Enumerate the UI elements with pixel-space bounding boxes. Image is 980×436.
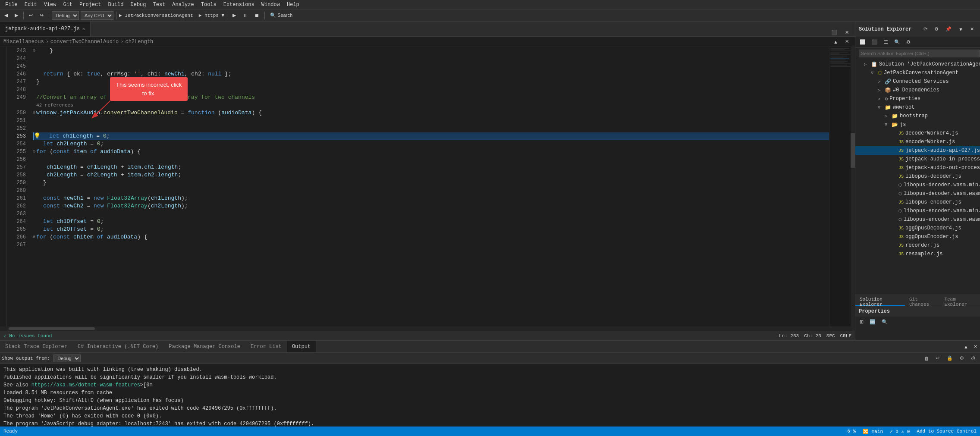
menu-extensions[interactable]: Extensions [220,0,258,9]
add-source-control[interactable]: Add to Source Control [917,429,977,434]
se-tb-btn3[interactable]: ☰ [881,38,891,46]
se-sync-button[interactable]: ⟳ [921,25,930,33]
se-tb-btn5[interactable]: ⚙ [904,38,913,46]
vertical-scrollbar[interactable] [851,47,855,326]
menu-debug[interactable]: Debug [127,0,149,9]
horizontal-scrollbar[interactable] [0,326,855,331]
scrollbar-thumb[interactable] [851,133,855,168]
output-link[interactable]: https://aka.ms/dotnet-wasm-features [31,382,140,388]
tree-oggOpusEncoder[interactable]: ▷ JS oggOpusEncoder.js [855,232,980,241]
menu-window[interactable]: Window [258,0,283,9]
se-close-button[interactable]: ✕ [967,25,977,33]
search-button[interactable]: 🔍 Search [267,12,295,19]
tree-libopus-encoder[interactable]: ▷ JS libopus-encoder.js [855,198,980,207]
tree-libopus-decoder-min[interactable]: ▷ ⬡ libopus-decoder.wasm.min.wasm [855,181,980,189]
tree-oggOpusDecoder4[interactable]: ▷ JS oggOpusDecoder4.js [855,224,980,232]
breadcrumb-misc[interactable]: Miscellaneous [3,39,44,45]
tree-bootstrap[interactable]: ▷ 📁 bootstrap [855,112,980,120]
tree-libopus-encoder-wasm[interactable]: ▷ ⬡ libopus-encoder.wasm.wasm [855,215,980,224]
debug-config-select[interactable]: Debug [52,11,79,20]
fold-icon-266[interactable]: ⊖ [33,233,35,241]
scrollbar-h-thumb[interactable] [9,327,95,330]
se-pin-button[interactable]: 📌 [943,25,954,33]
menu-analyze[interactable]: Analyze [169,0,197,9]
tree-jetpack-in[interactable]: ▷ JS jetpack-audio-in-processor12.js [855,155,980,163]
forward-button[interactable]: ▶ [12,12,21,19]
output-close-button[interactable]: ✕ [971,343,980,350]
js-folder-arrow[interactable]: ▽ [885,122,892,127]
props-alphabetical-btn[interactable]: 🔤 [867,318,878,326]
code-lines[interactable]: ⊖ } return { ok: true, errMsg: '', ch1: … [29,47,829,326]
connected-services-arrow[interactable]: ▷ [878,79,885,84]
stop-button[interactable]: ⏹ [252,12,262,19]
back-button[interactable]: ◀ [2,12,10,19]
output-word-wrap-btn[interactable]: ↵ [933,354,942,362]
fold-icon-255[interactable]: ⊖ [33,148,35,156]
run-button[interactable]: ▶ [230,12,239,19]
output-tab-package-manager[interactable]: Package Manager Console [163,341,245,352]
lightbulb-icon[interactable]: 💡 [34,132,41,140]
props-search-btn[interactable]: 🔍 [879,318,890,326]
output-settings-btn[interactable]: ⚙ [957,354,967,362]
se-tb-btn4[interactable]: 🔍 [892,38,903,46]
redo-button[interactable]: ↪ [37,12,46,19]
platform-select[interactable]: Any CPU [81,11,113,20]
dependencies-arrow[interactable]: ▷ [878,88,885,93]
bootstrap-arrow[interactable]: ▷ [885,113,892,119]
tree-jetpack-api[interactable]: ▷ JS jetpack-audio-api-027.js [855,146,980,155]
output-tab-output[interactable]: Output [287,341,316,352]
se-filter-button[interactable]: ▼ [956,25,966,33]
menu-project[interactable]: Project [76,0,104,9]
props-categories-btn[interactable]: ⊞ [857,318,866,326]
tab-close-icon[interactable]: ✕ [82,26,85,31]
menu-view[interactable]: View [41,0,60,9]
se-tab-git-changes[interactable]: Git Changes [905,295,940,306]
tree-libopus-decoder-wasm[interactable]: ▷ ⬡ libopus-decoder.wasm.wasm [855,189,980,198]
tree-encoderWorker[interactable]: ▷ JS encoderWorker.js [855,138,980,146]
solution-arrow[interactable]: ▷ [864,62,871,67]
menu-test[interactable]: Test [150,0,169,9]
undo-button[interactable]: ↩ [26,12,35,19]
tree-properties[interactable]: ▷ ⚙ Properties [855,94,980,103]
tree-decoderWorker4[interactable]: ▷ JS decoderWorker4.js [855,129,980,138]
menu-tools[interactable]: Tools [198,0,220,9]
menu-help[interactable]: Help [283,0,303,9]
output-tab-error-list[interactable]: Error List [245,341,287,352]
close-editor-button[interactable]: ✕ [842,29,851,36]
properties-arrow[interactable]: ▷ [878,96,885,101]
tree-jetpack-out[interactable]: ▷ JS jetpack-audio-out-processor.js [855,163,980,172]
tree-resampler[interactable]: ▷ JS resampler.js [855,250,980,258]
breadcrumb-fn[interactable]: convertTwoChannelAudio [50,39,119,45]
output-collapse-button[interactable]: ▲ [961,343,971,350]
menu-edit[interactable]: Edit [21,0,41,9]
collapse-button[interactable]: ▲ [831,38,841,45]
output-lock-scroll-btn[interactable]: 🔒 [944,354,955,362]
fold-icon-250[interactable]: ⊖ [33,109,35,117]
se-tab-solution-explorer[interactable]: Solution Explorer [855,295,905,306]
tree-connected-services[interactable]: ▷ 🔗 Connected Services [855,77,980,86]
project-arrow[interactable]: ▽ [871,70,878,75]
output-timer-btn[interactable]: ⏱ [968,355,978,362]
wwwroot-arrow[interactable]: ▽ [878,105,885,110]
tree-recorder[interactable]: ▷ JS recorder.js [855,241,980,250]
menu-file[interactable]: File [2,0,21,9]
tree-libopus-decoder[interactable]: ▷ JS libopus-decoder.js [855,172,980,181]
menu-git[interactable]: Git [60,0,76,9]
active-tab[interactable]: jetpack-audio-api-027.js ✕ [0,22,91,36]
output-clear-btn[interactable]: 🗑 [922,355,932,362]
close-breadcrumb-button[interactable]: ✕ [842,38,851,45]
output-tab-csharp-interactive[interactable]: C# Interactive (.NET Core) [72,341,163,352]
tree-wwwroot[interactable]: ▽ 📁 wwwroot [855,103,980,112]
split-editor-button[interactable]: ⬛ [829,29,840,36]
se-search-input[interactable] [859,50,980,57]
tree-solution-root[interactable]: ▷ 📋 Solution 'JetPackConversationAgent' … [855,60,980,69]
se-settings-button[interactable]: ⚙ [932,25,941,33]
tree-libopus-encoder-min[interactable]: ▷ ⬡ libopus-encoder.wasm.min.wasm [855,207,980,215]
tree-dependencies[interactable]: ▷ 📦 #0 Dependencies [855,86,980,94]
tree-js-folder[interactable]: ▽ 📂 js [855,120,980,129]
se-tab-team-explorer[interactable]: Team Explorer [940,295,980,306]
menu-build[interactable]: Build [104,0,127,9]
breadcrumb-var[interactable]: ch2Length [125,39,153,45]
output-source-select[interactable]: Debug [53,354,81,362]
se-tb-btn2[interactable]: ⬛ [869,38,880,46]
